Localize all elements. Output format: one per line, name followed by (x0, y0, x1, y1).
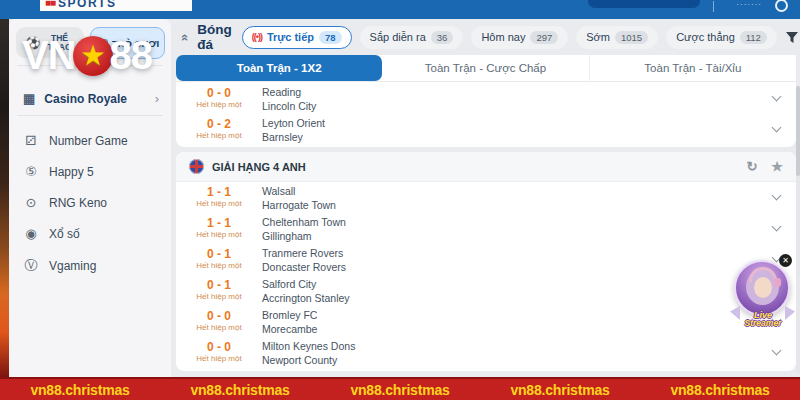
headset-icon (749, 267, 777, 282)
league-actions: ↻ ★ (746, 159, 783, 174)
chevron-right-icon: › (155, 91, 159, 106)
match-row[interactable]: 0 - 1 Hết hiệp một Salford City Accringt… (176, 275, 796, 306)
home-team: Walsall (262, 184, 336, 198)
menu-label: RNG Keno (49, 196, 107, 210)
filter-count-badge: 36 (431, 31, 454, 44)
filter-count-badge: 1015 (615, 31, 648, 44)
match-row[interactable]: 1 - 1 Hết hiệp một Walsall Harrogate Tow… (176, 182, 796, 213)
happy-5-icon: ⑤ (23, 164, 39, 179)
chevron-down-icon[interactable] (772, 191, 782, 201)
match-card-top: 0 - 0 Hết hiệp một Reading Lincoln City … (176, 82, 796, 147)
home-team: Cheltenham Town (262, 215, 346, 229)
sidebar-item-xo-so[interactable]: ◉ Xổ số (9, 218, 171, 249)
away-team: Harrogate Town (262, 198, 336, 212)
filter-sap-dien-ra[interactable]: Sắp diễn ra 36 (360, 26, 464, 49)
header-menu-dots-icon[interactable]: ······· (736, 0, 762, 9)
live-score: 0 - 2 (184, 118, 254, 131)
match-status: Hết hiệp một (184, 199, 254, 209)
filter-label: Trực tiếp (267, 31, 314, 43)
match-status: Hết hiệp một (184, 292, 254, 302)
league-flag-icon (189, 159, 204, 174)
header-divider (713, 1, 714, 12)
collapse-icon[interactable]: « (178, 33, 193, 40)
favorite-star-icon[interactable]: ★ (771, 159, 783, 174)
refresh-icon[interactable]: ↻ (746, 159, 757, 174)
live-score: 1 - 1 (184, 186, 254, 199)
sport-toolbar: « Bóng đá ((•)) Trực tiếp 78 Sắp diễn ra… (176, 19, 796, 55)
vn88-logo: VN ★ 88 (22, 33, 152, 78)
header-profile-icon[interactable] (775, 0, 788, 12)
chevron-down-icon[interactable] (772, 123, 782, 133)
score-column: 0 - 2 Hết hiệp một (184, 118, 254, 141)
score-column: 0 - 0 Hết hiệp một (184, 87, 254, 110)
away-team: Morecambe (262, 322, 317, 336)
match-row[interactable]: 0 - 2 Hết hiệp một Leyton Orient Barnsle… (176, 114, 796, 145)
footer-domain: vn88.christmas (30, 382, 129, 398)
away-team: Newport County (262, 353, 355, 367)
sidebar-item-rng-keno[interactable]: ⊙ RNG Keno (9, 187, 171, 218)
team-names: Leyton Orient Barnsley (262, 116, 325, 144)
footer-domain: vn88.christmas (350, 382, 449, 398)
rng-keno-icon: ⊙ (23, 195, 39, 210)
casino-label: Casino Royale (44, 92, 127, 106)
match-row[interactable]: 0 - 0 Hết hiệp một Milton Keynes Dons Ne… (176, 337, 796, 368)
sparkle-icon: ✦ (735, 258, 742, 267)
league-header[interactable]: GIẢI HẠNG 4 ANH ↻ ★ (176, 152, 796, 182)
home-team: Tranmere Rovers (262, 246, 346, 260)
filter-hom-nay[interactable]: Hôm nay 297 (471, 26, 568, 49)
live-streamer-widget[interactable]: ✕ ✦ Live Streamer (733, 254, 793, 332)
tab-toan-tran-cuoc-chap[interactable]: Toàn Trận - Cược Chấp (382, 55, 589, 81)
streamer-avatar[interactable] (734, 260, 790, 316)
league-card: GIẢI HẠNG 4 ANH ↻ ★ 1 - 1 Hết hiệp một W… (176, 152, 796, 371)
sidebar-item-happy-5[interactable]: ⑤ Happy 5 (9, 156, 171, 187)
match-status: Hết hiệp một (184, 261, 254, 271)
footer-promo-bar: vn88.christmas vn88.christmas vn88.chris… (0, 377, 800, 400)
filter-som[interactable]: Sớm 1015 (576, 26, 658, 49)
away-team: Barnsley (262, 130, 325, 144)
main-content: « Bóng đá ((•)) Trực tiếp 78 Sắp diễn ra… (176, 19, 796, 377)
filter-truc-tiep[interactable]: ((•)) Trực tiếp 78 (242, 26, 352, 49)
match-status: Hết hiệp một (184, 354, 254, 364)
sidebar-item-number-game[interactable]: ⚂ Number Game (9, 125, 171, 156)
team-names: Salford City Accrington Stanley (262, 277, 350, 305)
scrollbar-thumb[interactable] (796, 86, 800, 176)
match-row[interactable]: 0 - 1 Hết hiệp một Tranmere Rovers Donca… (176, 244, 796, 275)
score-column: 1 - 1 Hết hiệp một (184, 186, 254, 209)
filter-label: Sắp diễn ra (370, 31, 426, 43)
away-team: Accrington Stanley (262, 291, 350, 305)
casino-icon: ▦ (23, 91, 35, 106)
filter-label: Hôm nay (481, 31, 525, 43)
headset-earcup (774, 278, 781, 287)
footer-domain: vn88.christmas (670, 382, 769, 398)
match-row[interactable]: 1 - 1 Hết hiệp một Cheltenham Town Gilli… (176, 213, 796, 244)
live-score: 1 - 1 (184, 217, 254, 230)
live-score: 0 - 1 (184, 279, 254, 292)
menu-label: Xổ số (49, 227, 80, 241)
league-name: GIẢI HẠNG 4 ANH (212, 161, 306, 173)
filter-label: Sớm (586, 31, 610, 43)
chevron-down-icon[interactable] (772, 92, 782, 102)
close-icon[interactable]: ✕ (779, 254, 792, 267)
filter-label: Cược thẳng (676, 31, 735, 43)
filter-funnel-icon[interactable] (785, 31, 799, 44)
sidebar-item-casino-royale[interactable]: ▦ Casino Royale › (9, 82, 171, 115)
live-score: 0 - 0 (184, 341, 254, 354)
filter-count-badge: 297 (530, 31, 558, 44)
sports-logo[interactable]: ■■ SPORTS (40, 0, 192, 11)
number-game-icon: ⚂ (23, 133, 39, 148)
scrollbar[interactable] (796, 86, 800, 374)
match-row[interactable]: 0 - 0 Hết hiệp một Bromley FC Morecambe (176, 306, 796, 337)
match-status: Hết hiệp một (184, 100, 254, 110)
sidebar-item-vgaming[interactable]: Ⓥ Vgaming (9, 249, 171, 283)
sidebar-menu: ⚂ Number Game ⑤ Happy 5 ⊙ RNG Keno ◉ Xổ … (9, 116, 171, 283)
tab-toan-tran-tai-xiu[interactable]: Toàn Trận - Tài/Xỉu (590, 55, 796, 81)
match-row[interactable]: 0 - 0 Hết hiệp một Reading Lincoln City (176, 83, 796, 114)
chevron-down-icon[interactable] (772, 346, 782, 356)
filter-cuoc-thang[interactable]: Cược thẳng 112 (666, 26, 777, 49)
home-team: Bromley FC (262, 308, 317, 322)
chevron-down-icon[interactable] (772, 222, 782, 232)
away-team: Lincoln City (262, 99, 316, 113)
tab-toan-tran-1x2[interactable]: Toàn Trận - 1X2 (176, 55, 382, 81)
header-search-pill[interactable] (588, 0, 700, 8)
xo-so-icon: ◉ (23, 226, 39, 241)
